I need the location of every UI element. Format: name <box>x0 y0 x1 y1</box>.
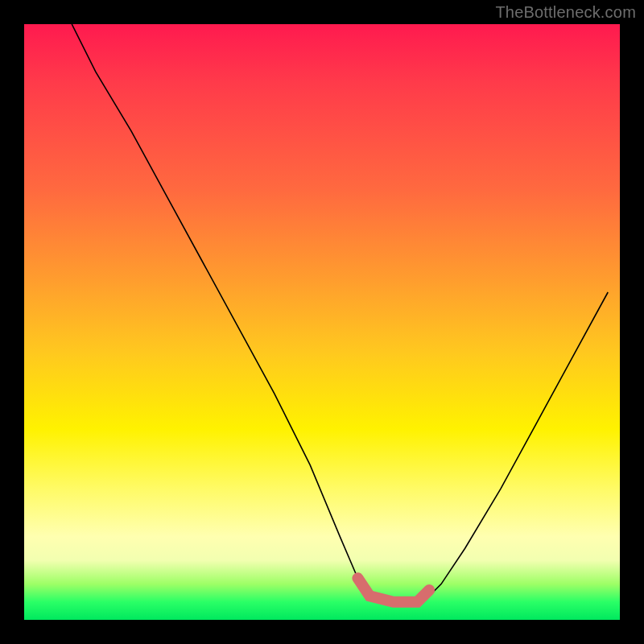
attribution-text: TheBottleneck.com <box>495 3 636 22</box>
plot-area <box>24 24 620 620</box>
chart-stage: TheBottleneck.com <box>0 0 644 644</box>
curve-overlay <box>24 24 620 620</box>
highlight-band <box>357 578 429 602</box>
bottleneck-curve <box>72 24 608 602</box>
